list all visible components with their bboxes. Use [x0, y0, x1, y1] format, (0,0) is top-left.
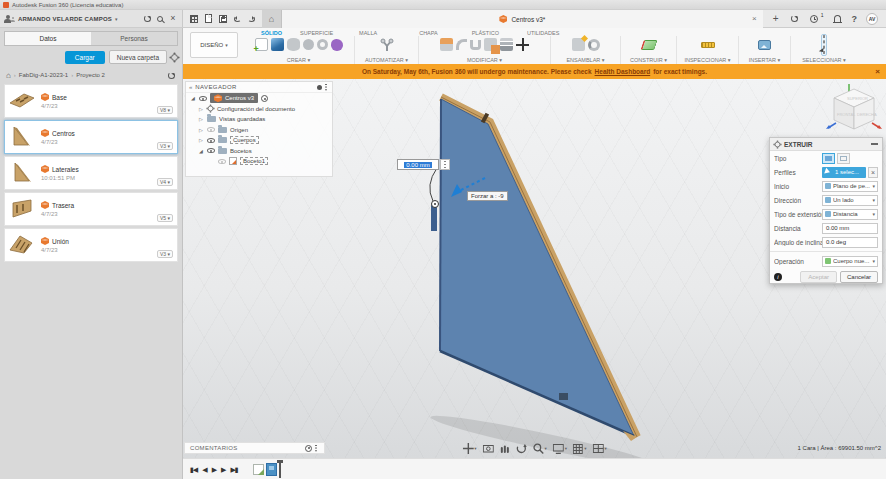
activate-component-icon[interactable]	[261, 95, 268, 102]
document-tab[interactable]: Centros v3* ×	[282, 10, 763, 28]
version-dropdown[interactable]: V8 ▾	[157, 106, 173, 114]
skip-to-end-button[interactable]: ▶▮	[230, 466, 237, 473]
joint-icon[interactable]	[588, 39, 600, 51]
breadcrumb-folder[interactable]: Proyecto 2	[76, 72, 105, 78]
search-button[interactable]	[155, 14, 165, 24]
comments-bar[interactable]: COMENTARIOS	[184, 442, 325, 454]
grid-settings-button[interactable]: ▾	[573, 444, 586, 454]
show-data-panel-icon[interactable]	[190, 15, 198, 23]
help-icon[interactable]: ?	[852, 14, 858, 24]
cancel-button[interactable]: Cancelar	[840, 271, 878, 283]
drag-handle-icon[interactable]	[440, 159, 450, 170]
new-folder-button[interactable]: Nueva carpeta	[109, 50, 167, 64]
timeline-playhead[interactable]	[279, 461, 281, 478]
file-card-laterales[interactable]: Laterales 10:01:51 PM V4 ▾	[4, 156, 178, 190]
redo-icon[interactable]	[248, 16, 255, 22]
timeline-extrude-feature-icon[interactable]	[266, 463, 277, 476]
collapsed-triangle-icon[interactable]: ▷	[198, 137, 204, 143]
orbit-tool-button[interactable]: ▾	[462, 443, 476, 454]
create-sketch-icon[interactable]	[255, 38, 268, 51]
start-dropdown[interactable]: Plano de pe...▾	[822, 181, 878, 192]
breadcrumb-project[interactable]: FabDig-A1-2023-1	[19, 72, 68, 78]
construction-plane-icon[interactable]	[640, 40, 657, 50]
comments-marker-icon[interactable]	[305, 445, 312, 452]
undo-icon[interactable]	[234, 16, 241, 22]
clear-selection-button[interactable]: ×	[868, 167, 878, 178]
close-tab-icon[interactable]: ×	[752, 14, 757, 23]
viewports-button[interactable]: ▾	[592, 444, 606, 453]
collapse-panel-icon[interactable]: «	[189, 84, 192, 90]
home-icon[interactable]: ⌂	[6, 71, 11, 80]
navigator-item-origen[interactable]: ▷ Origen	[186, 125, 332, 136]
navigator-root-row[interactable]: ◢ Centros v3	[186, 93, 332, 104]
timeline-sketch-feature-icon[interactable]	[253, 464, 264, 475]
profiles-selection-chip[interactable]: 1 selec...	[822, 167, 866, 178]
visibility-eye-icon[interactable]	[207, 148, 215, 153]
skip-to-start-button[interactable]: ▮◀	[190, 466, 197, 473]
file-card-base[interactable]: Base 4/7/23 V8 ▾	[4, 84, 178, 118]
distance-value-input[interactable]: 0.00 mm	[397, 159, 439, 170]
kebab-menu-icon[interactable]	[325, 84, 327, 86]
banner-close-icon[interactable]: ×	[875, 67, 880, 76]
save-icon[interactable]	[219, 15, 227, 23]
navigator-item-bocetos[interactable]: ◢ Bocetos	[186, 146, 332, 157]
revolve-icon[interactable]	[303, 39, 314, 50]
zoom-button[interactable]: ▾	[533, 443, 547, 454]
extrude-type-thin-button[interactable]	[837, 153, 850, 164]
extrude-type-solid-button[interactable]	[822, 153, 835, 164]
viewport-canvas[interactable]: SUPERIOR FRONTAL DERECHA « NAVEGADOR ◢ C…	[183, 79, 886, 458]
shell-icon[interactable]	[470, 40, 481, 50]
refresh-button[interactable]	[142, 14, 152, 24]
insert-image-icon[interactable]	[758, 40, 771, 50]
fillet-icon[interactable]	[456, 39, 467, 50]
avatar[interactable]: AV	[866, 13, 878, 25]
file-menu-icon[interactable]	[205, 14, 212, 23]
ok-button[interactable]: Aceptar	[800, 271, 837, 283]
navigator-item-boceto1[interactable]: Boceto1	[186, 156, 332, 167]
automate-branch-icon[interactable]	[380, 38, 394, 52]
new-tab-icon[interactable]: +	[771, 14, 781, 24]
navigator-item-config[interactable]: ▷ Configuración del documento	[186, 104, 332, 115]
cylinder-icon[interactable]	[287, 38, 300, 51]
job-status-icon[interactable]	[809, 14, 819, 24]
version-dropdown[interactable]: V5 ▾	[157, 214, 173, 222]
tab-personas[interactable]: Personas	[91, 32, 177, 45]
navigator-item-vistas[interactable]: ▷ Vistas guardadas	[186, 114, 332, 125]
navigator-item-cuerpos[interactable]: ▷ Cuerpos	[186, 135, 332, 146]
file-card-union[interactable]: Unión 4/7/23 V3 ▾	[4, 228, 178, 262]
appearance-icon[interactable]	[500, 38, 513, 51]
navigator-settings-icon[interactable]	[317, 85, 322, 90]
version-dropdown[interactable]: V4 ▾	[157, 178, 173, 186]
operation-dropdown[interactable]: Cuerpo nue...▾	[822, 256, 878, 267]
measure-ruler-icon[interactable]	[701, 42, 715, 48]
gear-icon[interactable]	[171, 54, 178, 61]
minimize-dialog-icon[interactable]	[871, 143, 878, 145]
sync-icon[interactable]	[790, 14, 800, 24]
direction-dropdown[interactable]: Un lado▾	[822, 195, 878, 206]
view-cube[interactable]: SUPERIOR FRONTAL DERECHA	[826, 83, 884, 139]
step-back-button[interactable]: ◀	[202, 466, 206, 473]
pan-button[interactable]	[500, 444, 510, 454]
kebab-menu-icon[interactable]	[315, 445, 317, 447]
box-icon[interactable]	[271, 38, 284, 51]
distance-input[interactable]: 0.00 mm	[822, 223, 878, 234]
collapsed-triangle-icon[interactable]: ▷	[198, 106, 204, 112]
press-pull-icon[interactable]	[440, 38, 453, 51]
version-dropdown[interactable]: V3 ▾	[157, 250, 173, 258]
info-icon[interactable]: i	[774, 273, 782, 281]
move-copy-icon[interactable]	[516, 38, 529, 51]
pipe-icon[interactable]	[317, 39, 328, 50]
orbit-button[interactable]	[516, 443, 527, 454]
expanded-triangle-icon[interactable]: ◢	[198, 148, 204, 154]
extrude-dialog-header[interactable]: EXTRUIR	[770, 138, 882, 151]
upload-button[interactable]: Cargar	[65, 51, 105, 64]
visibility-eye-icon[interactable]	[199, 96, 207, 101]
file-card-centros[interactable]: Centros 4/7/23 V3 ▾	[4, 120, 178, 154]
home-tab[interactable]: ⌂	[262, 10, 282, 28]
workspace-selector[interactable]: DISEÑO▾	[190, 32, 238, 58]
health-dashboard-link[interactable]: Health Dashboard	[595, 68, 651, 75]
version-dropdown[interactable]: V3 ▾	[157, 142, 173, 150]
close-panel-button[interactable]: ×	[168, 14, 178, 24]
file-card-trasera[interactable]: Trasera 4/7/23 V5 ▾	[4, 192, 178, 226]
visibility-eye-icon[interactable]	[207, 127, 215, 132]
